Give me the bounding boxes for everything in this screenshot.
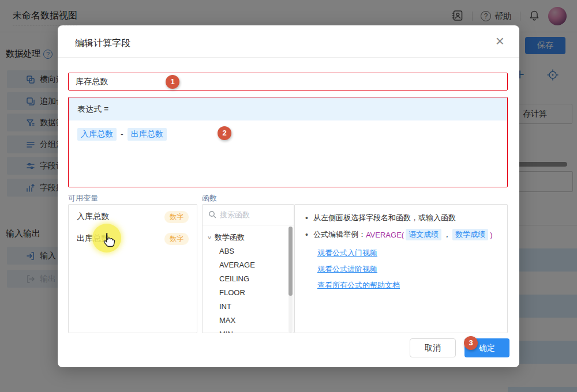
edit-calc-field-dialog: 编辑计算字段 × 1 表达式 = 入库总数 - 出库总数 2 可用变量 函数 入… (58, 25, 519, 367)
example-field-chip: 数学成绩 (452, 229, 488, 240)
dialog-title: 编辑计算字段 (75, 37, 130, 50)
function-item[interactable]: CEILING (207, 272, 294, 286)
help-panel: • 从左侧面板选择字段名和函数，或输入函数 • 公式编辑举例：AVERAGE(语… (294, 204, 508, 333)
functions-label: 函数 (202, 193, 217, 203)
type-badge: 数字 (164, 211, 189, 223)
function-search[interactable] (203, 205, 294, 225)
variables-panel: 入库总数 数字 出库总数 数字 (68, 204, 197, 333)
cancel-button[interactable]: 取消 (410, 338, 456, 357)
link-help-docs[interactable]: 查看所有公式的帮助文档 (317, 280, 400, 291)
variables-label: 可用变量 (68, 193, 98, 203)
example-field-chip: 语文成绩 (406, 229, 441, 240)
variable-row[interactable]: 出库总数 数字 (69, 228, 197, 250)
search-icon (208, 210, 216, 218)
field-name-input[interactable] (68, 73, 508, 91)
step-badge-2: 2 (218, 126, 231, 140)
type-badge: 数字 (164, 233, 189, 245)
divider (58, 57, 519, 58)
variable-row[interactable]: 入库总数 数字 (69, 206, 197, 228)
function-item[interactable]: INT (207, 300, 294, 314)
close-icon[interactable]: × (496, 33, 504, 48)
bullet-dot: • (305, 230, 308, 239)
link-intro-video[interactable]: 观看公式入门视频 (317, 248, 377, 258)
field-token[interactable]: 入库总数 (77, 128, 117, 141)
scrollbar-track[interactable] (288, 227, 293, 333)
hand-cursor-icon (99, 232, 117, 249)
function-item[interactable]: MIN (207, 327, 294, 333)
variable-name: 入库总数 (77, 212, 109, 222)
help-bullet-2: • 公式编辑举例：AVERAGE(语文成绩，数学成绩) (305, 228, 497, 241)
function-item[interactable]: ABS (207, 244, 294, 258)
help-bullet-1: • 从左侧面板选择字段名和函数，或输入函数 (305, 212, 497, 224)
expression-editor[interactable]: 表达式 = 入库总数 - 出库总数 (68, 97, 508, 187)
function-search-input[interactable] (220, 205, 283, 224)
function-item[interactable]: MAX (207, 314, 294, 327)
functions-panel: ∨ 数学函数 ABS AVERAGE CEILING FLOOR INT MAX… (202, 204, 294, 333)
function-group-math[interactable]: ∨ 数学函数 (207, 231, 294, 244)
function-tree: ∨ 数学函数 ABS AVERAGE CEILING FLOOR INT MAX… (203, 225, 294, 333)
bullet-dot: • (305, 213, 308, 223)
step-badge-1: 1 (166, 75, 179, 89)
chevron-down-icon: ∨ (207, 235, 212, 240)
expression-tokens: 入库总数 - 出库总数 (69, 120, 507, 148)
field-token[interactable]: 出库总数 (128, 128, 167, 141)
scrollbar-thumb[interactable] (288, 227, 293, 296)
operator-token: - (121, 130, 123, 139)
function-item[interactable]: FLOOR (207, 286, 294, 300)
link-advanced-video[interactable]: 观看公式进阶视频 (317, 264, 377, 274)
expression-label: 表达式 = (69, 97, 507, 120)
step-badge-3: 3 (464, 336, 478, 350)
function-item[interactable]: AVERAGE (207, 258, 294, 272)
